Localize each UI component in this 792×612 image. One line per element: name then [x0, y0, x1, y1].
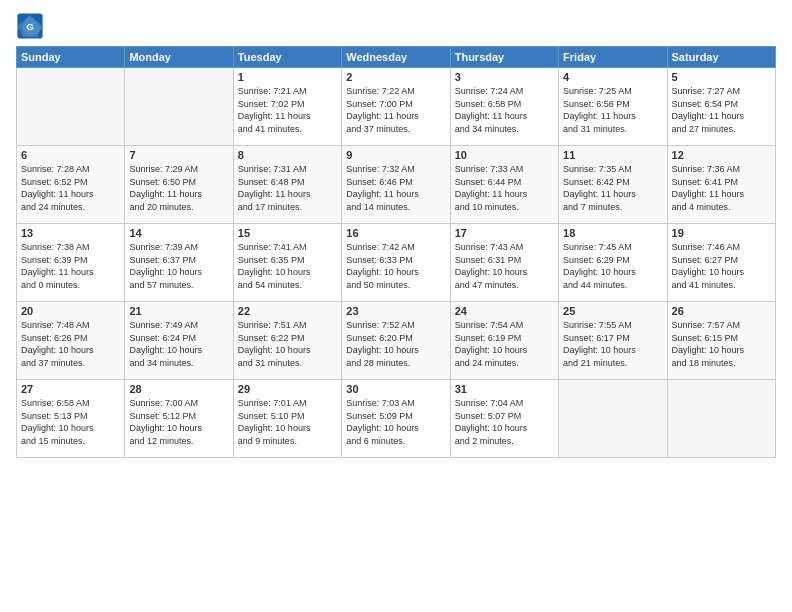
- calendar-cell: 10Sunrise: 7:33 AM Sunset: 6:44 PM Dayli…: [450, 146, 558, 224]
- day-number: 7: [129, 149, 228, 161]
- calendar-cell: 11Sunrise: 7:35 AM Sunset: 6:42 PM Dayli…: [559, 146, 667, 224]
- day-number: 11: [563, 149, 662, 161]
- day-number: 12: [672, 149, 771, 161]
- day-info: Sunrise: 7:57 AM Sunset: 6:15 PM Dayligh…: [672, 319, 771, 369]
- calendar-cell: 5Sunrise: 7:27 AM Sunset: 6:54 PM Daylig…: [667, 68, 775, 146]
- calendar-cell: 28Sunrise: 7:00 AM Sunset: 5:12 PM Dayli…: [125, 380, 233, 458]
- calendar-cell: [559, 380, 667, 458]
- calendar-cell: [125, 68, 233, 146]
- day-info: Sunrise: 7:25 AM Sunset: 6:56 PM Dayligh…: [563, 85, 662, 135]
- calendar-cell: 23Sunrise: 7:52 AM Sunset: 6:20 PM Dayli…: [342, 302, 450, 380]
- day-number: 13: [21, 227, 120, 239]
- day-number: 27: [21, 383, 120, 395]
- weekday-header-friday: Friday: [559, 47, 667, 68]
- day-info: Sunrise: 7:46 AM Sunset: 6:27 PM Dayligh…: [672, 241, 771, 291]
- day-number: 16: [346, 227, 445, 239]
- calendar-cell: 3Sunrise: 7:24 AM Sunset: 6:58 PM Daylig…: [450, 68, 558, 146]
- day-info: Sunrise: 6:58 AM Sunset: 5:13 PM Dayligh…: [21, 397, 120, 447]
- weekday-header-saturday: Saturday: [667, 47, 775, 68]
- day-info: Sunrise: 7:38 AM Sunset: 6:39 PM Dayligh…: [21, 241, 120, 291]
- day-info: Sunrise: 7:00 AM Sunset: 5:12 PM Dayligh…: [129, 397, 228, 447]
- calendar-cell: 26Sunrise: 7:57 AM Sunset: 6:15 PM Dayli…: [667, 302, 775, 380]
- day-info: Sunrise: 7:36 AM Sunset: 6:41 PM Dayligh…: [672, 163, 771, 213]
- calendar-cell: 31Sunrise: 7:04 AM Sunset: 5:07 PM Dayli…: [450, 380, 558, 458]
- calendar-cell: 29Sunrise: 7:01 AM Sunset: 5:10 PM Dayli…: [233, 380, 341, 458]
- calendar-cell: 4Sunrise: 7:25 AM Sunset: 6:56 PM Daylig…: [559, 68, 667, 146]
- day-info: Sunrise: 7:51 AM Sunset: 6:22 PM Dayligh…: [238, 319, 337, 369]
- calendar-cell: 22Sunrise: 7:51 AM Sunset: 6:22 PM Dayli…: [233, 302, 341, 380]
- day-info: Sunrise: 7:32 AM Sunset: 6:46 PM Dayligh…: [346, 163, 445, 213]
- day-number: 31: [455, 383, 554, 395]
- day-info: Sunrise: 7:03 AM Sunset: 5:09 PM Dayligh…: [346, 397, 445, 447]
- calendar-cell: 14Sunrise: 7:39 AM Sunset: 6:37 PM Dayli…: [125, 224, 233, 302]
- generalblue-logo-icon: G: [16, 12, 44, 40]
- weekday-header-tuesday: Tuesday: [233, 47, 341, 68]
- calendar-cell: [17, 68, 125, 146]
- svg-text:G: G: [26, 21, 34, 32]
- calendar-cell: 1Sunrise: 7:21 AM Sunset: 7:02 PM Daylig…: [233, 68, 341, 146]
- day-number: 24: [455, 305, 554, 317]
- day-info: Sunrise: 7:24 AM Sunset: 6:58 PM Dayligh…: [455, 85, 554, 135]
- day-info: Sunrise: 7:43 AM Sunset: 6:31 PM Dayligh…: [455, 241, 554, 291]
- day-number: 19: [672, 227, 771, 239]
- weekday-header-monday: Monday: [125, 47, 233, 68]
- day-number: 1: [238, 71, 337, 83]
- calendar-cell: 15Sunrise: 7:41 AM Sunset: 6:35 PM Dayli…: [233, 224, 341, 302]
- day-info: Sunrise: 7:22 AM Sunset: 7:00 PM Dayligh…: [346, 85, 445, 135]
- calendar-cell: 18Sunrise: 7:45 AM Sunset: 6:29 PM Dayli…: [559, 224, 667, 302]
- day-number: 18: [563, 227, 662, 239]
- day-number: 6: [21, 149, 120, 161]
- calendar-cell: 19Sunrise: 7:46 AM Sunset: 6:27 PM Dayli…: [667, 224, 775, 302]
- day-info: Sunrise: 7:48 AM Sunset: 6:26 PM Dayligh…: [21, 319, 120, 369]
- calendar-cell: 7Sunrise: 7:29 AM Sunset: 6:50 PM Daylig…: [125, 146, 233, 224]
- day-number: 2: [346, 71, 445, 83]
- day-number: 8: [238, 149, 337, 161]
- calendar-cell: 12Sunrise: 7:36 AM Sunset: 6:41 PM Dayli…: [667, 146, 775, 224]
- day-info: Sunrise: 7:35 AM Sunset: 6:42 PM Dayligh…: [563, 163, 662, 213]
- day-info: Sunrise: 7:49 AM Sunset: 6:24 PM Dayligh…: [129, 319, 228, 369]
- day-info: Sunrise: 7:41 AM Sunset: 6:35 PM Dayligh…: [238, 241, 337, 291]
- calendar-cell: 30Sunrise: 7:03 AM Sunset: 5:09 PM Dayli…: [342, 380, 450, 458]
- day-number: 10: [455, 149, 554, 161]
- day-info: Sunrise: 7:28 AM Sunset: 6:52 PM Dayligh…: [21, 163, 120, 213]
- day-number: 26: [672, 305, 771, 317]
- day-info: Sunrise: 7:27 AM Sunset: 6:54 PM Dayligh…: [672, 85, 771, 135]
- calendar-cell: 13Sunrise: 7:38 AM Sunset: 6:39 PM Dayli…: [17, 224, 125, 302]
- day-number: 29: [238, 383, 337, 395]
- day-number: 3: [455, 71, 554, 83]
- calendar-cell: 24Sunrise: 7:54 AM Sunset: 6:19 PM Dayli…: [450, 302, 558, 380]
- weekday-header-thursday: Thursday: [450, 47, 558, 68]
- day-info: Sunrise: 7:29 AM Sunset: 6:50 PM Dayligh…: [129, 163, 228, 213]
- logo: G: [16, 12, 48, 40]
- day-info: Sunrise: 7:33 AM Sunset: 6:44 PM Dayligh…: [455, 163, 554, 213]
- calendar-cell: 21Sunrise: 7:49 AM Sunset: 6:24 PM Dayli…: [125, 302, 233, 380]
- calendar-cell: 27Sunrise: 6:58 AM Sunset: 5:13 PM Dayli…: [17, 380, 125, 458]
- weekday-header-sunday: Sunday: [17, 47, 125, 68]
- calendar-cell: 8Sunrise: 7:31 AM Sunset: 6:48 PM Daylig…: [233, 146, 341, 224]
- day-number: 17: [455, 227, 554, 239]
- day-number: 9: [346, 149, 445, 161]
- calendar-cell: 16Sunrise: 7:42 AM Sunset: 6:33 PM Dayli…: [342, 224, 450, 302]
- day-info: Sunrise: 7:55 AM Sunset: 6:17 PM Dayligh…: [563, 319, 662, 369]
- day-number: 30: [346, 383, 445, 395]
- calendar-cell: 6Sunrise: 7:28 AM Sunset: 6:52 PM Daylig…: [17, 146, 125, 224]
- calendar-cell: 20Sunrise: 7:48 AM Sunset: 6:26 PM Dayli…: [17, 302, 125, 380]
- calendar-cell: 25Sunrise: 7:55 AM Sunset: 6:17 PM Dayli…: [559, 302, 667, 380]
- calendar-cell: 9Sunrise: 7:32 AM Sunset: 6:46 PM Daylig…: [342, 146, 450, 224]
- day-info: Sunrise: 7:31 AM Sunset: 6:48 PM Dayligh…: [238, 163, 337, 213]
- day-number: 4: [563, 71, 662, 83]
- day-number: 21: [129, 305, 228, 317]
- day-number: 22: [238, 305, 337, 317]
- day-info: Sunrise: 7:52 AM Sunset: 6:20 PM Dayligh…: [346, 319, 445, 369]
- day-number: 15: [238, 227, 337, 239]
- calendar-table: SundayMondayTuesdayWednesdayThursdayFrid…: [16, 46, 776, 458]
- day-number: 23: [346, 305, 445, 317]
- day-number: 28: [129, 383, 228, 395]
- day-info: Sunrise: 7:39 AM Sunset: 6:37 PM Dayligh…: [129, 241, 228, 291]
- day-number: 14: [129, 227, 228, 239]
- day-number: 5: [672, 71, 771, 83]
- calendar-cell: 2Sunrise: 7:22 AM Sunset: 7:00 PM Daylig…: [342, 68, 450, 146]
- day-info: Sunrise: 7:45 AM Sunset: 6:29 PM Dayligh…: [563, 241, 662, 291]
- day-info: Sunrise: 7:42 AM Sunset: 6:33 PM Dayligh…: [346, 241, 445, 291]
- day-number: 20: [21, 305, 120, 317]
